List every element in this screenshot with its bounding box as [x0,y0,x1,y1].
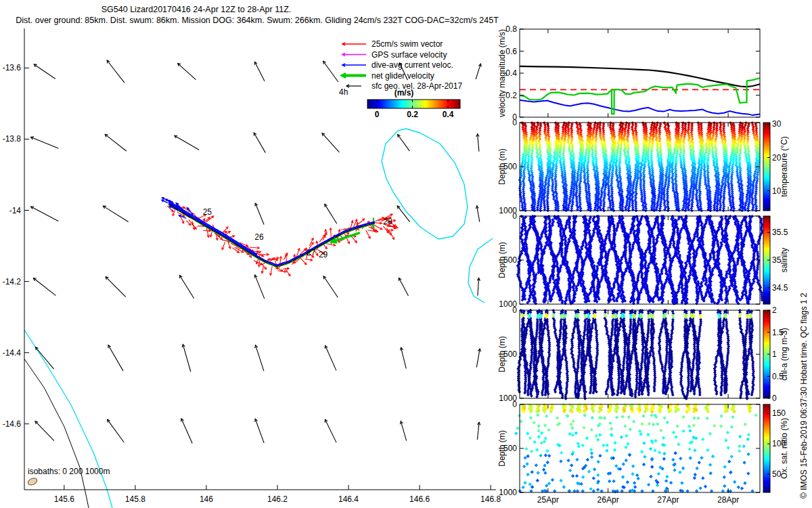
isobath-1000m [24,330,112,508]
colorbar-label: temperature (°C) [780,136,789,197]
map-y-tick-label: -14.6 [3,419,22,429]
depth-tick-label: 0 [512,118,517,127]
map-y-tick-label: -14.2 [3,277,22,287]
depth-tick-label: 1000 [499,488,517,497]
map-x-tick-label: 146.4 [338,494,359,504]
legend-colorbar-tick: 0 [375,110,380,119]
legend-label: dive-avg current veloc. [371,60,453,70]
legend-colorbar-title: (m/s) [394,88,414,98]
velocity-tick-label: 0.6 [505,47,517,56]
legend-colorbar-tick: 0.2 [407,110,418,119]
depth-tick-label: 0 [512,400,517,409]
map-y-tick-label: -13.6 [3,63,22,72]
map-legend: 25cm/s swim vectorGPS surface velocitydi… [339,39,462,119]
glider-mission-figure: SG540 Lizard20170416 24-Apr 12Z to 28-Ap… [0,0,812,508]
depth-axis-label: Depth (m) [497,242,507,278]
dive-number-label: 28 [383,217,392,226]
oxygen-colorbar: 50100150Ox. sat. ratio (%) [763,404,789,492]
isobaths-label: isobaths: 0 200 1000m [28,467,110,476]
dive-number-labels: 2526272928 [203,207,392,259]
glider-track-line [168,204,375,266]
colorbar-label: chl-a (mg m-3) [780,328,789,381]
figure-subtitle: Dist. over ground: 85km. Dist. swum: 86k… [16,16,499,25]
velocity-tick-label: 0.8 [505,24,517,34]
island [27,477,38,486]
net-glider-velocity-line [168,205,375,267]
dive-number-label: 29 [319,250,328,259]
depth-axis-label: Depth (m) [497,336,507,372]
chlorophyll-colorbar: 00.511.52chl-a (mg m-3) [763,305,789,403]
legend-colorbar [367,100,460,108]
legend-label: GPS surface velocity [371,50,447,60]
colorbar-label: salinity [780,248,789,273]
dive-number-label: 25 [203,207,212,217]
temperature-colorbar: 102030temperature (°C) [763,119,789,211]
depth-tick-label: 0 [512,305,517,315]
depth-axis-label: Depth (m) [497,430,507,466]
salinity-colorbar: 34.53535.5salinity [763,216,789,304]
colorbar-tick-label: 30 [772,119,782,129]
velocity-tick-label: 0.2 [505,91,517,100]
colorbar-tick-label: 150 [772,408,786,418]
map-plot: 2526272928145.6145.8146146.2146.4146.614… [3,28,501,508]
date-tick-label: 25Apr [537,495,559,505]
map-y-tick-label: -14 [9,206,22,215]
map-x-tick-label: 146.6 [409,494,430,504]
figure-title: SG540 Lizard20170416 24-Apr 12Z to 28-Ap… [102,5,292,14]
colorbar-tick-label: 0 [772,394,777,403]
legend-label: sfc geo. vel. 28-Apr-2017 [371,81,462,91]
date-tick-label: 27Apr [657,495,679,505]
figure-canvas: SG540 Lizard20170416 24-Apr 12Z to 28-Ap… [0,0,812,508]
depth-axis-label: Depth (m) [497,148,507,184]
date-tick-label: 26Apr [597,495,619,505]
dive-number-label: 27 [307,248,316,257]
map-x-tick-label: 146.2 [267,494,288,504]
date-tick-label: 28Apr [717,495,739,505]
dive-number-label: 26 [254,232,264,242]
map-x-tick-label: 146 [200,494,213,504]
bathymetry-contours [24,129,493,508]
colorbar-tick-label: 35.5 [772,228,788,237]
map-y-tick-label: -14.4 [3,348,22,358]
map-x-tick-label: 145.8 [125,494,145,504]
map-y-tick-label: -13.8 [3,134,22,144]
velocity-tick-label: 0.4 [505,68,517,78]
map-x-tick-label: 145.6 [54,494,74,504]
colorbar-tick-label: 1 [772,350,777,359]
map-x-tick-label: 146.8 [480,494,501,504]
colorbar-tick-label: 34.5 [772,283,788,293]
date-axis-labels: 25Apr26Apr27Apr28Apr [537,495,739,505]
legend-duration-label: 4h [339,87,348,97]
depth-tick-label: 0 [512,211,517,221]
imos-watermark: © IMOS 15-Feb-2019 06:37:30 Hobart time.… [799,293,809,499]
timeseries-panels: 00.20.40.60.8velocity magnitude (m/s)050… [497,24,789,505]
colorbar-tick-label: 2 [772,305,777,315]
legend-label: 25cm/s swim vector [371,39,443,49]
legend-colorbar-tick: 0.4 [443,110,454,119]
eddy-contour [382,129,468,239]
colorbar-label: Ox. sat. ratio (%) [780,418,789,479]
legend-label: net glider velocity [371,71,434,81]
eddy-contour-2 [468,238,493,303]
velocity-axis-label: velocity magnitude (m/s) [497,29,507,117]
